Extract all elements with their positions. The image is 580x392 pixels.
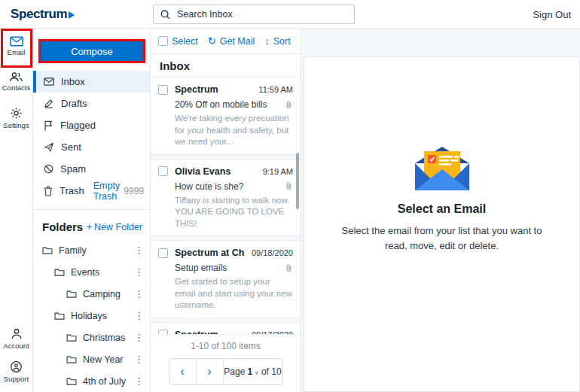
folder-item-4th-of-july[interactable]: 4th of July ⋮ bbox=[33, 370, 150, 392]
folder-kebab-menu-icon[interactable]: ⋮ bbox=[134, 333, 144, 342]
compose-button[interactable]: Compose bbox=[41, 41, 143, 61]
rail-label-account: Account bbox=[3, 342, 29, 350]
email-row[interactable]: Olivia Evans 9:19 AM How cute is she? Ti… bbox=[151, 160, 301, 236]
sidebar-label-flagged: Flagged bbox=[60, 120, 96, 131]
rail-item-email[interactable]: Email bbox=[0, 29, 33, 61]
logo-text: Spectrum bbox=[11, 7, 67, 22]
empty-state-description: Select the email from your list that you… bbox=[340, 223, 544, 254]
email-time: 11:59 AM bbox=[258, 85, 293, 94]
chevron-down-icon: ∨ bbox=[255, 369, 259, 376]
list-toolbar: Select ↻ Get Mail ↕ Sort bbox=[151, 29, 301, 54]
settings-gear-icon bbox=[10, 107, 23, 120]
email-preview: We're taking every precuation for your h… bbox=[158, 113, 293, 148]
page-select[interactable]: Page 1 ∨ of 10 bbox=[224, 359, 282, 384]
rail-item-support[interactable]: Support bbox=[0, 354, 33, 392]
rail-item-account[interactable]: Account bbox=[0, 322, 33, 354]
email-checkbox[interactable] bbox=[158, 248, 168, 258]
sort-arrows-icon: ↕ bbox=[264, 35, 270, 47]
sidebar-label-sent: Sent bbox=[61, 141, 81, 153]
rail-label-contacts: Contacts bbox=[2, 84, 31, 92]
folder-item-events[interactable]: Events ⋮ bbox=[33, 261, 150, 283]
folder-kebab-menu-icon[interactable]: ⋮ bbox=[134, 267, 144, 277]
email-time: 09/18/2020 bbox=[252, 248, 293, 257]
folder-name: 4th of July bbox=[83, 376, 126, 387]
trash-icon bbox=[44, 186, 53, 196]
email-checkbox[interactable] bbox=[158, 166, 168, 176]
email-list: Spectrum 11:59 AM 20% Off on mobile bill… bbox=[151, 77, 301, 334]
prev-page-button[interactable]: ‹ bbox=[169, 359, 197, 384]
email-sender: Spectrum bbox=[175, 84, 252, 95]
rail-item-settings[interactable]: Settings bbox=[0, 101, 33, 134]
select-all-checkbox[interactable] bbox=[158, 36, 168, 46]
sidebar-item-spam[interactable]: Spam bbox=[33, 158, 150, 180]
rail-item-contacts[interactable]: Contacts bbox=[0, 65, 33, 96]
sidebar-item-sent[interactable]: Sent bbox=[33, 136, 150, 158]
folder-item-new-year[interactable]: New Year ⋮ bbox=[33, 348, 150, 370]
email-separator bbox=[151, 318, 301, 323]
email-row-unread[interactable]: Spectrum 09/17/2020 Your New Spectrum Us… bbox=[151, 323, 301, 334]
sort-label: Sort bbox=[273, 36, 291, 47]
folder-icon bbox=[66, 333, 77, 342]
select-all-control[interactable]: Select bbox=[158, 36, 198, 47]
folder-kebab-menu-icon[interactable]: ⋮ bbox=[134, 311, 144, 321]
email-checkbox[interactable] bbox=[158, 85, 168, 95]
mail-sidebar: Compose Inbox Drafts Flagged Sent Spam bbox=[33, 29, 151, 392]
get-mail-label: Get Mail bbox=[220, 36, 255, 47]
page-label: Page bbox=[224, 366, 245, 377]
reading-pane-card: Select an Email Select the email from yo… bbox=[304, 56, 580, 392]
sign-out-link[interactable]: Sign Out bbox=[533, 0, 571, 29]
folder-item-holidays[interactable]: Holidays ⋮ bbox=[33, 305, 150, 327]
email-separator bbox=[151, 154, 301, 160]
next-page-button[interactable]: › bbox=[197, 359, 224, 384]
folder-item-christmas[interactable]: Christmas ⋮ bbox=[33, 327, 150, 348]
rail-label-email: Email bbox=[8, 48, 26, 56]
empty-trash-link[interactable]: Empty Trash bbox=[93, 181, 124, 202]
email-time: 09/17/2020 bbox=[252, 330, 293, 334]
folder-icon bbox=[66, 355, 77, 363]
attachment-paperclip-icon bbox=[285, 263, 293, 273]
folder-kebab-menu-icon[interactable]: ⋮ bbox=[134, 376, 144, 386]
get-mail-button[interactable]: ↻ Get Mail bbox=[208, 35, 255, 47]
sidebar-label-trash: Trash bbox=[60, 185, 84, 196]
attachment-paperclip-icon bbox=[285, 100, 293, 110]
search-input[interactable] bbox=[177, 9, 348, 20]
folders-heading: Folders bbox=[42, 220, 83, 233]
folder-name: Family bbox=[59, 245, 87, 256]
rail-label-settings: Settings bbox=[3, 121, 29, 129]
folder-name: Holidays bbox=[71, 311, 107, 321]
folder-kebab-menu-icon[interactable]: ⋮ bbox=[134, 354, 144, 364]
email-row[interactable]: Spectrum at Charter ... 09/18/2020 Setup… bbox=[151, 241, 301, 318]
email-checkbox[interactable] bbox=[158, 330, 168, 334]
inbox-envelope-icon bbox=[44, 77, 54, 86]
spectrum-webmail-app: Spectrum Sign Out Email Contacts bbox=[0, 0, 580, 392]
list-scrollbar-thumb[interactable] bbox=[296, 153, 299, 209]
folder-item-camping[interactable]: Camping ⋮ bbox=[33, 283, 150, 305]
email-subject: Setup emails bbox=[175, 263, 280, 273]
folder-kebab-menu-icon[interactable]: ⋮ bbox=[134, 245, 144, 255]
email-row[interactable]: Spectrum 11:59 AM 20% Off on mobile bill… bbox=[151, 77, 301, 154]
trash-count: 9999 bbox=[124, 186, 144, 196]
folder-kebab-menu-icon[interactable]: ⋮ bbox=[134, 289, 144, 299]
folder-item-family[interactable]: Family ⋮ bbox=[33, 239, 150, 261]
pagination-control: ‹ › Page 1 ∨ of 10 bbox=[169, 358, 283, 385]
rail-label-support: Support bbox=[4, 375, 29, 383]
refresh-icon: ↻ bbox=[208, 35, 216, 47]
annotation-compose-highlight: Compose bbox=[38, 39, 145, 63]
sidebar-item-trash[interactable]: Trash Empty Trash 9999 bbox=[33, 180, 150, 202]
email-icon bbox=[10, 36, 23, 47]
folder-name: Christmas bbox=[83, 333, 125, 343]
pagination-summary: 1-10 of 100 items bbox=[151, 341, 301, 351]
sidebar-item-drafts[interactable]: Drafts bbox=[33, 93, 150, 114]
plus-icon: + bbox=[87, 222, 92, 232]
sort-button[interactable]: ↕ Sort bbox=[264, 35, 290, 47]
sent-paper-plane-icon bbox=[44, 142, 54, 152]
folder-icon bbox=[66, 377, 77, 385]
sidebar-item-inbox[interactable]: Inbox bbox=[33, 71, 150, 93]
search-box[interactable] bbox=[153, 5, 355, 24]
sidebar-item-flagged[interactable]: Flagged bbox=[33, 114, 150, 136]
sidebar-label-drafts: Drafts bbox=[61, 98, 87, 109]
email-subject: 20% Off on mobile bills bbox=[175, 99, 280, 110]
contacts-icon bbox=[9, 71, 23, 82]
folder-icon bbox=[66, 290, 77, 298]
new-folder-button[interactable]: +New Folder bbox=[87, 222, 142, 232]
